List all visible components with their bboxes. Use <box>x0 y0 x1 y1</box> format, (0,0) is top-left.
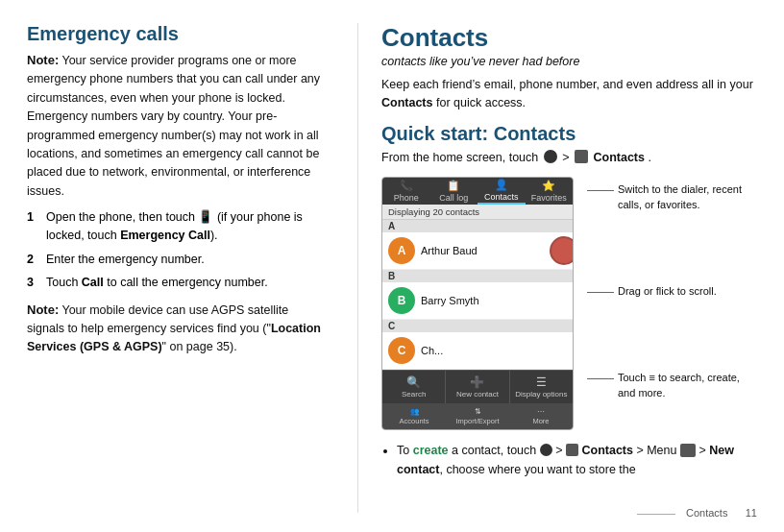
display-options-btn-icon: ☰ <box>536 375 547 389</box>
annotation-1: Switch to the dialer, recent calls, or f… <box>587 182 757 213</box>
favorites-tab-icon: ⭐ <box>542 180 555 192</box>
accounts-btn-label: Accounts <box>400 417 429 425</box>
contact-row-barry: B Barry Smyth <box>382 282 573 320</box>
search-btn-icon: 🔍 <box>406 375 421 389</box>
note1-text: Your service provider programs one or mo… <box>27 54 320 198</box>
contacts-bold-bullet: Contacts <box>581 444 632 457</box>
contacts-subtitle: contacts like you’ve never had before <box>381 55 757 68</box>
phone-bottom-bar: 🔍 Search ➕ New contact ☰ Display options <box>382 370 573 403</box>
tab-favorites: ⭐ Favorites <box>526 178 574 205</box>
step-2-text: Enter the emergency number. <box>46 251 205 269</box>
contact-name-arthur: Arthur Baud <box>421 245 478 256</box>
tab-phone: 📞 Phone <box>382 178 430 205</box>
tab-favorites-label: Favorites <box>531 193 567 203</box>
circle-icon-bullet <box>540 444 552 456</box>
home-circle-icon <box>544 150 557 163</box>
contact-letter-a: A <box>382 220 573 232</box>
page-footer: Contacts 11 <box>637 507 757 519</box>
step-1: 1 Open the phone, then touch 📱 (if your … <box>27 208 325 246</box>
annotation-3-text: Touch ≡ to search, create, and more. <box>618 371 757 401</box>
annotation-3-line <box>587 378 614 379</box>
tab-calllog-label: Call log <box>439 193 468 203</box>
contact-letter-b: B <box>382 270 573 282</box>
contact-name-barry: Barry Smyth <box>421 295 479 306</box>
contacts-title: Contacts <box>381 23 757 53</box>
tab-contacts: 👤 Contacts <box>478 178 526 205</box>
red-circle-overlay <box>550 236 574 265</box>
column-divider <box>357 23 358 513</box>
annotation-1-line <box>587 190 614 191</box>
footer-label: Contacts <box>686 507 727 519</box>
phone-tabs: 📞 Phone 📋 Call log 👤 Contacts ⭐ Favorite… <box>382 178 573 205</box>
contact-row-c: C Ch... <box>382 332 573 370</box>
import-export-btn-icon: ⇅ <box>475 407 481 416</box>
note2-label: Note: <box>27 302 59 317</box>
tab-calllog: 📋 Call log <box>430 178 478 205</box>
phone-accounts-bar: 👥 Accounts ⇅ Import/Export ⋯ More <box>382 403 573 429</box>
avatar-barry: B <box>388 287 415 314</box>
step-2: 2 Enter the emergency number. <box>27 251 325 269</box>
annotation-2: Drag or flick to scroll. <box>587 284 757 300</box>
new-contact-btn-icon: ➕ <box>470 375 484 389</box>
import-export-btn[interactable]: ⇅ Import/Export <box>446 403 509 429</box>
step-1-num: 1 <box>27 208 40 246</box>
search-btn-label: Search <box>402 390 426 399</box>
contacts-icon <box>575 150 588 163</box>
left-column: Emergency calls Note: Your service provi… <box>27 23 354 513</box>
new-contact-btn[interactable]: ➕ New contact <box>446 371 509 403</box>
new-contact-btn-label: New contact <box>456 390 499 399</box>
step-3: 3 Touch Call to call the emergency numbe… <box>27 274 325 292</box>
display-options-btn[interactable]: ☰ Display options <box>510 371 573 403</box>
avatar-arthur: A <box>388 237 415 264</box>
tab-phone-label: Phone <box>394 193 419 203</box>
quick-start-title: Quick start: Contacts <box>381 123 757 145</box>
calllog-tab-icon: 📋 <box>447 180 460 192</box>
footer-sep <box>637 514 675 515</box>
menu-icon-bullet <box>680 444 696 457</box>
create-link: create <box>413 444 449 457</box>
step-3-num: 3 <box>27 274 40 292</box>
right-column: Contacts contacts like you’ve never had … <box>362 23 757 513</box>
more-btn-label: More <box>532 417 549 425</box>
contact-name-c: Ch... <box>421 345 443 356</box>
annotation-2-text: Drag or flick to scroll. <box>618 284 717 300</box>
phone-mockup: 📞 Phone 📋 Call log 👤 Contacts ⭐ Favorite… <box>381 177 574 430</box>
intro-text: Keep each friend’s email, phone number, … <box>381 76 757 113</box>
import-export-btn-label: Import/Export <box>455 417 499 425</box>
from-home-text: From the home screen, touch > Contacts . <box>381 149 757 167</box>
contact-list: A A Arthur Baud B B Barry Smyth C C Ch.. <box>382 220 573 370</box>
display-options-btn-label: Display options <box>515 390 567 399</box>
annotations-panel: Switch to the dialer, recent calls, or f… <box>587 177 757 430</box>
step-3-text: Touch Call to call the emergency number. <box>46 274 268 292</box>
contacts-icon-bullet <box>566 444 578 456</box>
note1-label: Note: <box>27 53 59 67</box>
step-1-text: Open the phone, then touch 📱 (if your ph… <box>46 208 325 246</box>
phone-demo-area: 📞 Phone 📋 Call log 👤 Contacts ⭐ Favorite… <box>381 177 757 430</box>
contact-row-arthur: A Arthur Baud <box>382 232 573 270</box>
step-2-num: 2 <box>27 251 40 269</box>
annotation-1-text: Switch to the dialer, recent calls, or f… <box>618 182 757 213</box>
annotation-2-line <box>587 292 614 293</box>
bullet-1: To create a contact, touch > Contacts > … <box>397 442 757 479</box>
phone-tab-icon: 📞 <box>400 180 413 192</box>
avatar-c: C <box>388 337 415 364</box>
footer-page-num: 11 <box>746 507 757 519</box>
steps-list: 1 Open the phone, then touch 📱 (if your … <box>27 208 325 293</box>
more-btn-icon: ⋯ <box>537 407 545 416</box>
accounts-btn-icon: 👥 <box>410 407 419 416</box>
more-btn[interactable]: ⋯ More <box>509 403 573 429</box>
accounts-btn[interactable]: 👥 Accounts <box>382 403 446 429</box>
tab-contacts-label: Contacts <box>484 192 519 202</box>
phone-status-bar: Displaying 20 contacts <box>382 205 573 220</box>
contacts-tab-icon: 👤 <box>495 179 508 191</box>
bullet-section: To create a contact, touch > Contacts > … <box>381 442 757 479</box>
contact-letter-c: C <box>382 320 573 332</box>
annotation-3: Touch ≡ to search, create, and more. <box>587 371 757 401</box>
note2-text: Your mobile device can use AGPS satellit… <box>27 303 321 354</box>
emergency-calls-title: Emergency calls <box>27 23 325 45</box>
search-btn[interactable]: 🔍 Search <box>382 371 446 403</box>
